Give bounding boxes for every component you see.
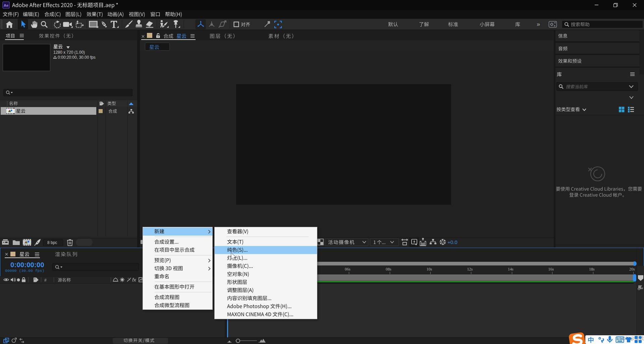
svg-text:Ae: Ae [4,3,8,7]
